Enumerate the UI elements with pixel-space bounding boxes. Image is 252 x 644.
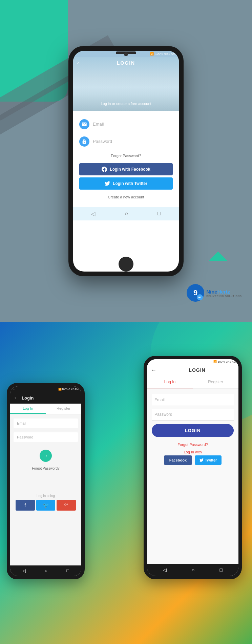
rp-email-input[interactable]: Email (152, 394, 234, 406)
phone-screen-top: 📶 100% 9:42 AM ‹ LOGIN Log in or create … (73, 51, 179, 272)
sp-login-using-label: Log in using (14, 492, 78, 500)
ninehertz-logo: 9 HZ NineHertz DELIVERING SOLUTIONS (187, 284, 242, 302)
rp-facebook-button[interactable]: Facebook (164, 455, 192, 465)
rp-status-bar: 📶 100% 9:42 AM (147, 359, 238, 364)
trees-bg (73, 87, 179, 111)
rp-forgot-password[interactable]: Forgot Password? (152, 441, 234, 449)
sp-nav-home[interactable]: ○ (45, 568, 47, 573)
sp-header-title: Login (22, 395, 34, 401)
email-icon (79, 119, 89, 129)
sp-time: 9:42 AM (69, 388, 79, 391)
rp-password-input[interactable]: Password (152, 409, 234, 421)
sp-tab-register[interactable]: Register (46, 404, 81, 414)
logo-text-block: NineHertz DELIVERING SOLUTIONS (206, 289, 242, 297)
sp-status-bar: ← 📶 100% 9:42 AM (10, 386, 81, 392)
rp-body: Email Password LOGIN Forgot Password? Lo… (147, 389, 238, 564)
sp-body: Email Password → Forgot Password? Log in… (10, 414, 81, 565)
rp-tab-register[interactable]: Register (193, 376, 238, 388)
email-row[interactable]: Email (79, 116, 173, 133)
phone-form: Email Password Forgot Password? Login wi… (73, 111, 179, 207)
rp-twitter-button[interactable]: Twitter (195, 455, 222, 465)
sp-password-input[interactable]: Password (14, 432, 78, 442)
teal-arrow (209, 252, 228, 271)
rp-social-buttons: Facebook Twitter (152, 455, 234, 465)
sp-tabs: Log In Register (10, 404, 81, 414)
sp-battery: 100% (62, 388, 68, 391)
phone-camera (124, 52, 128, 56)
phone-title: LOGIN (73, 57, 179, 68)
password-input[interactable]: Password (93, 139, 112, 144)
phone-screen-left: ← 📶 100% 9:42 AM ← Login Log In Register… (10, 386, 81, 576)
clock: 9:42 AM (164, 52, 175, 56)
rp-login-button[interactable]: LOGIN (152, 424, 234, 437)
facebook-button-label: Login with Facebook (110, 167, 150, 172)
rp-login-with-label: Log In with (152, 449, 234, 455)
rp-time: 9:42 AM (226, 360, 236, 363)
rp-wifi: 📶 (213, 360, 217, 363)
sp-back: ← (13, 388, 16, 391)
login-facebook-button[interactable]: Login with Facebook (79, 163, 173, 175)
sp-social-buttons: f 🐦 g+ (14, 500, 78, 511)
rp-nav-home[interactable]: ○ (192, 567, 194, 573)
rp-nav-recent[interactable]: □ (220, 567, 223, 573)
sp-header: ← Login (10, 392, 81, 404)
phone-screen-right: 📶 100% 9:42 AM ← LOGIN Log In Register E… (147, 359, 238, 576)
phone-nav-bar: ◁ ○ □ (73, 207, 179, 220)
phone-mockup-left: ← 📶 100% 9:42 AM ← Login Log In Register… (7, 383, 85, 579)
phone-mockup-top: 📶 100% 9:42 AM ‹ LOGIN Log in or create … (68, 46, 184, 276)
sp-email-input[interactable]: Email (14, 418, 78, 428)
sp-back-arrow[interactable]: ← (14, 395, 19, 401)
phone-header-bg: ‹ LOGIN Log in or create a free account (73, 57, 179, 111)
top-section: 📶 100% 9:42 AM ‹ LOGIN Log in or create … (0, 0, 252, 322)
wifi-icon: 📶 (150, 52, 154, 56)
rp-nav-back[interactable]: ◁ (163, 567, 167, 573)
logo-circle: 9 HZ (187, 284, 204, 302)
sp-submit-area: → (14, 446, 78, 465)
logo-hz-badge: HZ (197, 294, 203, 300)
email-input[interactable]: Email (93, 122, 104, 127)
phone-tagline: Log in or create a free account (73, 102, 179, 106)
login-twitter-button[interactable]: Login with Twitter (79, 177, 173, 190)
sp-nav-back[interactable]: ◁ (22, 568, 26, 573)
lock-icon (79, 136, 89, 147)
rp-header: ← LOGIN (147, 364, 238, 376)
sp-wifi: 📶 (58, 388, 62, 391)
phone-home-button (119, 257, 133, 272)
phone-mockup-right: 📶 100% 9:42 AM ← LOGIN Log In Register E… (144, 356, 242, 579)
sp-tab-login[interactable]: Log In (10, 404, 46, 414)
rp-tab-login[interactable]: Log In (147, 376, 193, 388)
rp-battery: 100% (218, 360, 225, 363)
logo-subtitle: DELIVERING SOLUTIONS (206, 295, 242, 297)
logo-nine: NineHertz (206, 289, 242, 295)
forgot-password-link[interactable]: Forgot Password? (79, 150, 173, 161)
twitter-button-label: Login with Twitter (113, 181, 147, 186)
rp-header-title: LOGIN (160, 367, 234, 373)
sp-forgot-password[interactable]: Forgot Password? (14, 465, 78, 472)
sp-arrow-button[interactable]: → (40, 450, 52, 462)
nav-home-icon[interactable]: ○ (125, 211, 128, 217)
rp-back-arrow[interactable]: ← (151, 367, 156, 373)
battery-level: 100% (155, 52, 163, 56)
rp-twitter-label: Twitter (205, 458, 217, 462)
sp-facebook-button[interactable]: f (16, 500, 35, 511)
sp-nav-recent[interactable]: □ (66, 568, 69, 573)
sp-twitter-button[interactable]: 🐦 (36, 500, 56, 511)
create-account-link[interactable]: Create a new account (79, 192, 173, 202)
sp-nav-bar: ◁ ○ □ (10, 565, 81, 576)
sp-google-button[interactable]: g+ (57, 500, 76, 511)
bottom-section: ← 📶 100% 9:42 AM ← Login Log In Register… (0, 322, 252, 644)
password-row[interactable]: Password (79, 133, 173, 150)
nav-recent-icon[interactable]: □ (158, 211, 161, 217)
nav-back-icon[interactable]: ◁ (91, 211, 95, 217)
rp-tabs: Log In Register (147, 376, 238, 389)
rp-nav-bar: ◁ ○ □ (147, 564, 238, 576)
